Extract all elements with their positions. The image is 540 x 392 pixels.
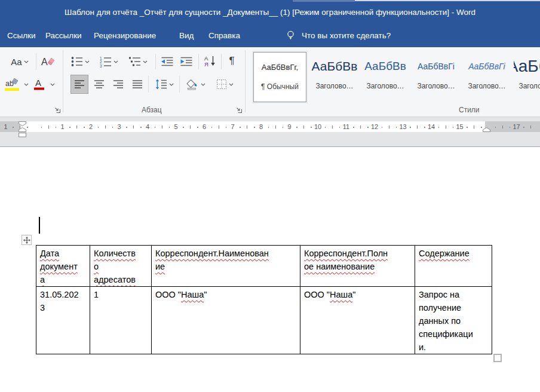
font-color-dropdown[interactable] [49, 77, 56, 91]
table-cell[interactable]: 31.05.2023 [36, 287, 90, 354]
bullet-list-icon [71, 56, 83, 67]
left-indent-marker[interactable] [19, 133, 26, 137]
svg-text:А: А [35, 78, 41, 88]
shading-button[interactable] [183, 75, 208, 94]
tab-references[interactable]: Ссылки [7, 24, 36, 47]
style-label: Заголово… [361, 82, 409, 90]
multilevel-list-button[interactable] [124, 53, 152, 70]
increase-indent-icon [180, 56, 192, 67]
bullets-button[interactable] [67, 53, 93, 70]
ruler-dot [268, 127, 269, 128]
style-item[interactable]: АаБбВвЗаголово… [514, 52, 540, 101]
styles-gallery: АаБбВвГг,¶ ОбычныйАаБбВвЗаголово…АаБбВвЗ… [245, 47, 540, 105]
align-center-button[interactable] [91, 75, 108, 94]
paragraph-dialog-launcher[interactable] [235, 106, 243, 114]
ruler-dot [453, 127, 454, 128]
table-cell[interactable]: ООО "Наша" [152, 287, 300, 354]
sort-az-icon: А Я [204, 55, 216, 67]
svg-text:A: A [41, 57, 48, 67]
clear-formatting-button[interactable]: A [39, 52, 57, 70]
group-separator [63, 50, 63, 112]
chevron-down-icon [143, 60, 148, 63]
first-line-indent-marker[interactable] [19, 121, 26, 126]
horizontal-ruler: 112345678910111213141517 [0, 121, 540, 132]
style-item[interactable]: АаБбВвЗаголово… [311, 52, 358, 101]
hanging-indent-marker[interactable] [19, 127, 26, 132]
style-label: Заголово… [463, 82, 511, 90]
line-spacing-icon [155, 79, 167, 90]
move-arrows-icon [23, 237, 30, 244]
ruler-dot [438, 127, 440, 128]
align-left-button[interactable] [70, 75, 88, 94]
ruler-dot [140, 127, 142, 128]
numbering-button[interactable]: 1 2 3 [96, 53, 122, 70]
align-right-button[interactable] [110, 75, 127, 94]
styles-group-label: Стили [459, 106, 480, 114]
decrease-indent-button[interactable] [159, 53, 176, 70]
ruler-tick [247, 125, 247, 128]
font-dialog-launcher[interactable] [54, 106, 61, 114]
table-cell[interactable]: 1 [90, 287, 152, 354]
ruler-number: 15 [456, 122, 463, 131]
ruler-number: 7 [231, 122, 234, 131]
style-sample: АаБбВв [514, 52, 540, 81]
table-cell[interactable]: Датадокумента [36, 246, 90, 287]
align-center-icon [94, 79, 105, 90]
tab-review[interactable]: Рецензирование [94, 24, 156, 47]
ruler-number: 12 [371, 122, 378, 131]
table-cell[interactable]: ООО "Наша" [300, 287, 415, 354]
font-color-button[interactable]: А [31, 75, 48, 94]
document-table[interactable]: ДатадокументаКоличествоадресатовКорреспо… [36, 245, 492, 354]
style-item[interactable]: АаБбВвГіЗаголово… [463, 52, 511, 101]
ruler-number: 6 [202, 122, 206, 131]
chevron-down-icon [24, 83, 29, 86]
pilcrow-icon: ¶ [229, 55, 234, 67]
tell-me-box[interactable]: Что вы хотите сделать? [286, 24, 391, 47]
ruler-dot [410, 127, 411, 128]
sort-button[interactable]: А Я [202, 52, 219, 70]
ruler-tick [332, 125, 333, 128]
increase-indent-button[interactable] [178, 53, 195, 70]
tab-help[interactable]: Справка [208, 24, 240, 47]
sort-letter-ya: Я [204, 61, 208, 67]
ruler-dot [112, 127, 113, 128]
table-cell[interactable]: Количествоадресатов [90, 246, 152, 287]
ruler-dot [69, 127, 70, 128]
titlebar-accent-line [355, 0, 540, 1]
chevron-down-icon [201, 83, 205, 86]
tab-view[interactable]: Вид [179, 24, 194, 47]
ruler-dot [169, 127, 170, 128]
table-cell[interactable]: Корреспондент.Наименование [152, 246, 300, 287]
show-paragraph-marks-button[interactable]: ¶ [225, 52, 239, 70]
ruler-tick [446, 125, 446, 128]
table-move-handle[interactable] [22, 235, 32, 245]
style-label: ¶ Обычный [254, 82, 306, 91]
ruler-dot [495, 127, 496, 128]
style-item[interactable]: АаБбВвГг,¶ Обычный [253, 52, 306, 102]
style-item[interactable]: АаБбВвЗаголово… [361, 52, 409, 101]
change-case-button[interactable]: Aa [7, 53, 32, 70]
ruler-number: 2 [89, 122, 93, 131]
document-page[interactable]: ДатадокументаКоличествоадресатовКорреспо… [0, 148, 540, 392]
style-item[interactable]: АаБбВвГіЗаголово… [412, 52, 460, 101]
ruler-tick [530, 125, 531, 128]
text-highlight-button[interactable]: ab [2, 75, 23, 94]
ruler-dot [339, 127, 340, 128]
highlight-dropdown[interactable] [23, 77, 30, 91]
table-cell[interactable]: Содержание [415, 246, 492, 287]
highlighter-icon: ab [5, 78, 20, 91]
tab-mailings[interactable]: Рассылки [45, 24, 82, 47]
chevron-down-icon [113, 60, 118, 63]
ruler-tick [190, 125, 191, 128]
sort-letter-a: А [204, 55, 208, 62]
table-resize-handle[interactable] [493, 354, 502, 362]
justify-button[interactable] [129, 75, 146, 94]
ruler-tick [162, 125, 162, 128]
ruler-dot [311, 127, 312, 128]
table-cell[interactable]: Корреспондент.Полное наименование [300, 246, 415, 287]
borders-button[interactable] [213, 75, 237, 94]
right-indent-marker[interactable] [483, 127, 490, 132]
table-cell[interactable]: Запрос наполучениеданных поспецификации. [415, 287, 492, 354]
word-window: Шаблон для отчёта _Отчёт для сущности _Д… [0, 0, 540, 392]
line-spacing-button[interactable] [152, 75, 177, 94]
